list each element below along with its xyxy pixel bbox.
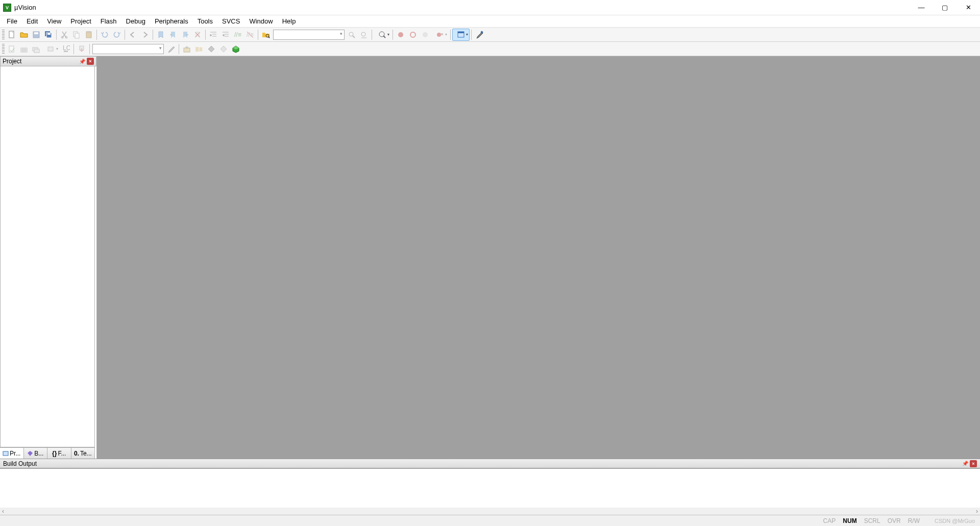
cut-button[interactable] — [58, 29, 70, 41]
menu-tools[interactable]: Tools — [193, 16, 217, 27]
build-output-header[interactable]: Build Output 📌 × — [0, 459, 980, 468]
svg-rect-37 — [184, 48, 190, 52]
manage-project-button[interactable] — [205, 43, 217, 55]
select-packs-button[interactable] — [217, 43, 230, 55]
menu-svcs[interactable]: SVCS — [217, 16, 244, 27]
target-combo[interactable] — [92, 44, 164, 54]
svg-rect-2 — [34, 32, 38, 34]
toolbar-handle[interactable] — [2, 44, 5, 54]
menu-help[interactable]: Help — [278, 16, 301, 27]
svg-line-18 — [353, 36, 355, 38]
bookmark-prev-button[interactable] — [167, 29, 179, 41]
tab-project[interactable]: Pr... — [0, 448, 24, 459]
status-bar: CAP NUM SCRL OVR R/W CSDN @MrGuo — [0, 515, 980, 526]
undo-button[interactable] — [99, 29, 111, 41]
incremental-find-button[interactable] — [358, 29, 370, 41]
breakpoint-insert-button[interactable] — [395, 29, 407, 41]
toolbar-handle[interactable] — [2, 30, 5, 40]
svg-point-23 — [410, 32, 415, 37]
pack-installer-button[interactable] — [230, 43, 242, 55]
breakpoint-kill-button[interactable] — [431, 29, 449, 41]
find-in-files-button[interactable] — [260, 29, 272, 41]
status-num: NUM — [840, 517, 859, 524]
comment-button[interactable]: //≡ — [232, 29, 244, 41]
configure-button[interactable] — [473, 29, 485, 41]
minimize-button[interactable]: — — [910, 0, 933, 15]
save-all-button[interactable] — [42, 29, 55, 41]
project-tree[interactable] — [0, 66, 95, 447]
close-panel-icon[interactable]: × — [87, 58, 94, 65]
menu-debug[interactable]: Debug — [121, 16, 150, 27]
svg-marker-40 — [208, 46, 214, 52]
close-panel-icon[interactable]: × — [970, 460, 977, 467]
save-button[interactable] — [30, 29, 42, 41]
svg-rect-36 — [80, 46, 84, 50]
svg-rect-5 — [47, 33, 51, 35]
pin-icon[interactable]: 📌 — [962, 460, 969, 467]
file-options-button[interactable] — [181, 43, 193, 55]
debug-start-button[interactable] — [374, 29, 391, 41]
breakpoint-enable-button[interactable] — [407, 29, 419, 41]
project-panel-title: Project — [3, 58, 21, 65]
menu-edit[interactable]: Edit — [22, 16, 42, 27]
menu-window[interactable]: Window — [244, 16, 277, 27]
build-output-text[interactable] — [0, 468, 980, 508]
menu-flash[interactable]: Flash — [96, 16, 121, 27]
tab-templates[interactable]: 0.Te... — [71, 448, 95, 459]
menu-view[interactable]: View — [42, 16, 66, 27]
indent-button[interactable] — [207, 29, 219, 41]
svg-rect-1 — [33, 32, 39, 38]
window-layout-button[interactable] — [452, 29, 470, 41]
multi-project-button[interactable] — [193, 43, 205, 55]
bookmark-next-button[interactable] — [179, 29, 191, 41]
open-file-button[interactable] — [18, 29, 30, 41]
translate-button[interactable] — [6, 43, 18, 55]
svg-point-24 — [423, 32, 428, 37]
find-combo[interactable] — [273, 30, 345, 40]
project-tabs: Pr... B... {}F... 0.Te... — [0, 447, 95, 459]
svg-point-25 — [437, 33, 441, 37]
copy-button[interactable] — [70, 29, 83, 41]
svg-text://≡: //≡ — [234, 31, 241, 38]
project-panel-header[interactable]: Project 📌 × — [0, 56, 96, 66]
uncomment-button[interactable]: //≡ — [244, 29, 256, 41]
download-button[interactable] — [76, 43, 88, 55]
pin-icon[interactable]: 📌 — [79, 58, 86, 65]
tab-functions[interactable]: {}F... — [47, 448, 71, 459]
svg-rect-10 — [86, 32, 91, 38]
svg-point-17 — [349, 32, 353, 36]
new-file-button[interactable] — [6, 29, 18, 41]
svg-rect-29 — [9, 46, 14, 52]
toolbar-file: //≡ //≡ — [0, 28, 980, 42]
target-options-button[interactable] — [165, 43, 177, 55]
tab-books[interactable]: B... — [24, 448, 48, 459]
breakpoint-disable-button[interactable] — [419, 29, 431, 41]
svg-text:LOAD: LOAD — [63, 45, 70, 52]
svg-rect-31 — [33, 47, 38, 51]
toolbar-build: LOAD — [0, 42, 980, 56]
find-next-button[interactable] — [346, 29, 358, 41]
redo-button[interactable] — [111, 29, 123, 41]
build-output-scrollbar[interactable]: ‹› — [0, 508, 980, 515]
watermark: CSDN @MrGuo — [935, 518, 975, 524]
menu-peripherals[interactable]: Peripherals — [150, 16, 193, 27]
svg-rect-44 — [3, 451, 8, 456]
bookmark-toggle-button[interactable] — [155, 29, 167, 41]
batch-build-button[interactable] — [42, 43, 60, 55]
svg-rect-8 — [74, 32, 78, 37]
menu-file[interactable]: File — [2, 16, 22, 27]
maximize-button[interactable]: ▢ — [933, 0, 957, 15]
status-ovr: OVR — [885, 517, 903, 524]
nav-forward-button[interactable] — [139, 29, 151, 41]
menu-project[interactable]: Project — [66, 16, 95, 27]
paste-button[interactable] — [83, 29, 95, 41]
nav-back-button[interactable] — [127, 29, 139, 41]
rebuild-button[interactable] — [30, 43, 42, 55]
stop-build-button[interactable]: LOAD — [60, 43, 72, 55]
bookmark-clear-button[interactable] — [191, 29, 204, 41]
build-button[interactable] — [18, 43, 30, 55]
close-button[interactable]: ✕ — [957, 0, 980, 15]
unindent-button[interactable] — [219, 29, 232, 41]
app-title: µVision — [14, 4, 910, 11]
svg-rect-39 — [199, 47, 203, 52]
